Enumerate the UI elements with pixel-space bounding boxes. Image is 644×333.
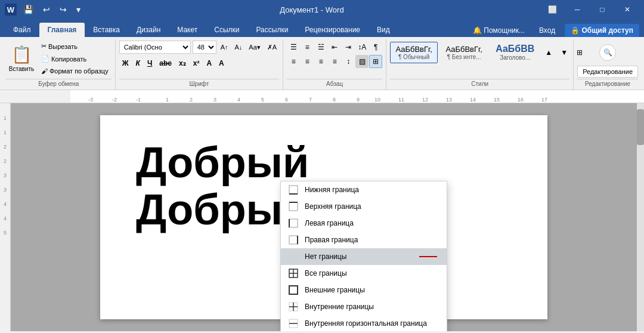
search-icon-area: 🔍 (599, 44, 616, 61)
style-no-spacing[interactable]: АаБбВвГг, ¶ Без инте... (440, 42, 488, 63)
change-case-button[interactable]: Aa▾ (246, 41, 262, 54)
style-heading-text: АаБбВВ (496, 44, 534, 54)
tab-mailings[interactable]: Рассылки (248, 23, 297, 37)
menu-item-border-bottom[interactable]: Нижняя граница (281, 181, 447, 198)
shading-button[interactable]: ▨ (355, 55, 369, 68)
customize-button[interactable]: ▾ (73, 3, 83, 16)
sign-in-button[interactable]: Вход (534, 24, 560, 37)
menu-item-label: Внутренняя горизонтальная граница (305, 319, 427, 328)
paste-button[interactable]: 📋 Вставить (6, 41, 37, 76)
menu-item-all-borders[interactable]: Все границы (281, 265, 447, 282)
cut-icon: ✂ (41, 42, 47, 50)
menu-item-border-right[interactable]: Правая граница (281, 232, 447, 248)
menu-item-border-left[interactable]: Левая граница (281, 215, 447, 232)
font-name-select[interactable]: Calibri (Осно (119, 41, 191, 54)
subscript-button[interactable]: x₂ (176, 57, 189, 70)
clear-format-button[interactable]: ✗A (265, 41, 279, 54)
styles-scroll-up[interactable]: ▲ (542, 46, 555, 59)
numbering-button[interactable]: ≡ (301, 41, 314, 54)
font-name-row: Calibri (Осно 48 A↑ A↓ Aa▾ ✗A (119, 41, 280, 54)
tab-view[interactable]: Вид (369, 23, 398, 37)
tab-review[interactable]: Рецензирование (296, 23, 369, 37)
text-highlight-button[interactable]: A (203, 57, 215, 70)
menu-item-border-top[interactable]: Верхняя граница (281, 198, 447, 215)
menu-item-outer-borders[interactable]: Внешние границы (281, 282, 447, 298)
styles-label: Стили (390, 79, 569, 88)
decrease-font-button[interactable]: A↓ (232, 41, 244, 54)
paragraph-label: Абзац (287, 79, 382, 88)
cut-button[interactable]: ✂ Вырезать (38, 41, 112, 52)
styles-content: АаБбВвГг, ¶ Обычный АаБбВвГг, ¶ Без инте… (390, 41, 569, 78)
align-left-button[interactable]: ≡ (287, 55, 300, 68)
share-button[interactable]: 🔒 Общий доступ (565, 24, 639, 37)
menu-item-label: Все границы (305, 269, 347, 278)
maximize-button[interactable]: □ (590, 0, 614, 19)
close-button[interactable]: ✕ (615, 0, 639, 19)
menu-item-inner-borders[interactable]: Внутренние границы (281, 298, 447, 315)
clipboard-small-buttons: ✂ Вырезать 📄 Копировать 🖌 Формат по обра… (38, 41, 112, 76)
ribbon-toggle-button[interactable]: ⬜ (540, 0, 564, 19)
minimize-button[interactable]: ─ (565, 0, 589, 19)
style-heading-label: Заголово... (496, 54, 534, 61)
search-button[interactable]: 🔍 (599, 44, 616, 61)
editing-group: 🔍 Редактирование Редактирование (574, 39, 642, 90)
redo-button[interactable]: ↪ (57, 3, 70, 16)
font-size-select[interactable]: 48 (193, 41, 216, 54)
editing-button[interactable]: Редактирование (577, 66, 638, 78)
tab-home[interactable]: Главная (39, 23, 85, 37)
line-spacing-button[interactable]: ↕ (342, 55, 355, 68)
justify-button[interactable]: ≡ (328, 55, 341, 68)
tab-right-group: 🔔 Помощник... Вход 🔒 Общий доступ (468, 24, 639, 37)
copy-icon: 📄 (41, 55, 49, 63)
decrease-indent-button[interactable]: ⇤ (328, 41, 341, 54)
assistant-button[interactable]: 🔔 Помощник... (468, 24, 530, 37)
styles-group: АаБбВвГг, ¶ Обычный АаБбВвГг, ¶ Без инте… (386, 39, 574, 90)
save-button[interactable]: 💾 (20, 3, 36, 16)
multilevel-list-button[interactable]: ☱ (314, 41, 327, 54)
increase-indent-button[interactable]: ⇥ (342, 41, 355, 54)
underline-button[interactable]: Ч (144, 57, 155, 70)
tab-design[interactable]: Дизайн (128, 23, 169, 37)
tab-layout[interactable]: Макет (169, 23, 206, 37)
align-center-button[interactable]: ≡ (301, 55, 314, 68)
styles-scroll-down[interactable]: ▼ (558, 46, 571, 59)
ruler-marks: -3 -2 -1 1 2 3 4 5 6 7 8 9 10 11 12 13 1… (70, 90, 644, 103)
style-noint-text: АаБбВвГг, (445, 45, 482, 54)
menu-item-inner-horizontal[interactable]: Внутренняя горизонтальная граница (281, 315, 447, 331)
increase-font-button[interactable]: A↑ (218, 41, 231, 54)
svg-rect-0 (289, 186, 298, 194)
menu-item-label: Правая граница (305, 236, 358, 244)
borders-button[interactable]: ⊞ (369, 55, 382, 68)
menu-item-label: Нет границы (305, 252, 346, 261)
menu-item-no-border[interactable]: Нет границы (281, 248, 447, 265)
clipboard-group: 📋 Вставить ✂ Вырезать 📄 Копировать 🖌 Фор… (2, 39, 116, 90)
strikethrough-button[interactable]: abc (156, 57, 175, 70)
format-painter-button[interactable]: 🖌 Формат по образцу (38, 66, 112, 76)
copy-button[interactable]: 📄 Копировать (38, 53, 112, 64)
left-ruler: 1 1 2 2 3 3 4 4 5 (0, 103, 11, 331)
style-normal[interactable]: АаБбВвГг, ¶ Обычный (390, 42, 438, 63)
tab-file[interactable]: Файл (5, 23, 39, 37)
show-formatting-button[interactable]: ¶ (369, 41, 382, 54)
font-color-button[interactable]: A (216, 57, 227, 70)
format-painter-icon: 🖌 (41, 67, 48, 75)
svg-rect-6 (289, 236, 298, 244)
superscript-button[interactable]: x² (190, 57, 203, 70)
bold-button[interactable]: Ж (119, 57, 132, 70)
vertical-scrollbar[interactable] (637, 103, 644, 331)
italic-button[interactable]: К (133, 57, 143, 70)
styles-gallery: АаБбВвГг, ¶ Обычный АаБбВвГг, ¶ Без инте… (390, 41, 586, 64)
title-text: Документ1 - Word (83, 5, 540, 14)
paste-label: Вставить (9, 66, 34, 72)
ruler: -3 -2 -1 1 2 3 4 5 6 7 8 9 10 11 12 13 1… (0, 90, 644, 103)
ribbon-content: 📋 Вставить ✂ Вырезать 📄 Копировать 🖌 Фор… (0, 37, 644, 90)
paragraph-group: ☰ ≡ ☱ ⇤ ⇥ ↕A ¶ ≡ ≡ ≡ ≡ ↕ ▨ ⊞ Абзац (283, 39, 386, 90)
tab-insert[interactable]: Вставка (85, 23, 128, 37)
bullets-button[interactable]: ☰ (287, 41, 300, 54)
tab-references[interactable]: Ссылки (206, 23, 247, 37)
align-right-button[interactable]: ≡ (314, 55, 327, 68)
scrollbar-thumb[interactable] (637, 109, 644, 145)
sort-button[interactable]: ↕A (355, 41, 369, 54)
undo-button[interactable]: ↩ (40, 3, 53, 16)
style-heading1[interactable]: АаБбВВ Заголово... (490, 41, 540, 64)
